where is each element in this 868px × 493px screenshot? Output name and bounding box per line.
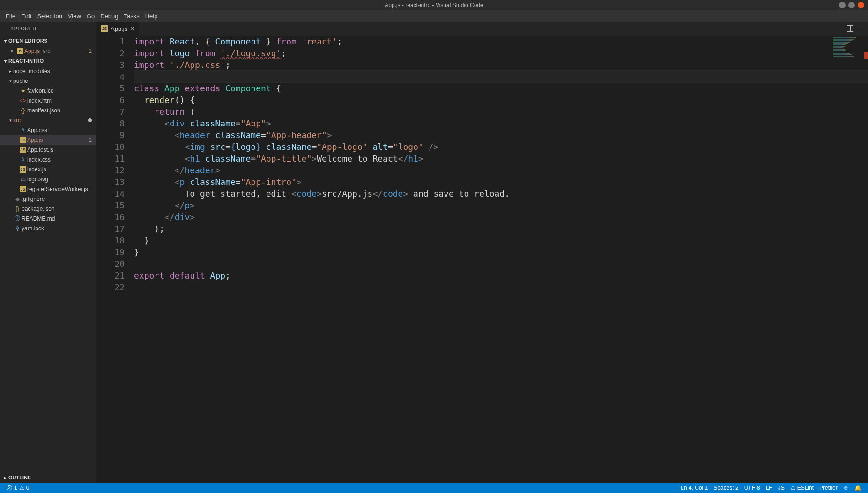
- file-registerserviceworker-js[interactable]: JSregisterServiceWorker.js: [0, 184, 96, 194]
- code-line[interactable]: </div>: [134, 211, 868, 223]
- file-index-html[interactable]: <>index.html: [0, 96, 96, 105]
- line-number-gutter: 12345678910111213141516171819202122: [96, 36, 134, 483]
- more-actions-icon[interactable]: ⋯: [858, 25, 864, 32]
- status-feedback-icon[interactable]: ☺: [840, 485, 852, 491]
- statusbar: ⓧ 1 ⚠ 0 Ln 4, Col 1 Spaces: 2 UTF-8 LF J…: [0, 483, 868, 493]
- code-line[interactable]: <div className="App">: [134, 118, 868, 129]
- menu-file[interactable]: File: [3, 13, 18, 20]
- folder-src[interactable]: ▾src: [0, 115, 96, 125]
- status-notifications-icon[interactable]: 🔔: [852, 485, 864, 491]
- code-line[interactable]: To get started, edit <code>src/App.js</c…: [134, 188, 868, 199]
- js-file-icon: JS: [17, 48, 23, 54]
- line-number: 19: [96, 246, 125, 258]
- code-line[interactable]: </header>: [134, 164, 868, 176]
- chevron-down-icon: ▾: [7, 79, 13, 83]
- close-window-button[interactable]: [858, 2, 864, 8]
- file-manifest-json[interactable]: {}manifest.json: [0, 105, 96, 115]
- open-editors-list: ×JSApp.jssrc1: [0, 46, 96, 56]
- status-warning-count: 0: [26, 485, 30, 491]
- menu-help[interactable]: Help: [142, 13, 161, 20]
- code-line[interactable]: class App extends Component {: [134, 82, 868, 94]
- status-eol[interactable]: LF: [763, 485, 775, 491]
- line-number: 6: [96, 94, 125, 106]
- status-indentation[interactable]: Spaces: 2: [711, 485, 741, 491]
- status-linter[interactable]: ⚠ ESLint: [787, 485, 816, 491]
- code-line[interactable]: render() {: [134, 94, 868, 106]
- chevron-down-icon: ▾: [2, 59, 8, 64]
- editor-area: JS App.js × ⋯ 12345678910111213141516171…: [96, 22, 868, 483]
- code-line[interactable]: <h1 className="App-title">Welcome to Rea…: [134, 153, 868, 164]
- close-icon[interactable]: ×: [7, 48, 16, 54]
- json-file-icon: {}: [15, 206, 19, 212]
- file-logo-svg[interactable]: ▭logo.svg: [0, 174, 96, 184]
- menu-go[interactable]: Go: [84, 13, 97, 20]
- js-file-icon: JS: [101, 25, 108, 32]
- code-line[interactable]: );: [134, 223, 868, 235]
- error-icon: ⓧ: [7, 484, 12, 492]
- status-problems[interactable]: ⓧ 1 ⚠ 0: [4, 484, 32, 492]
- menu-edit[interactable]: Edit: [18, 13, 34, 20]
- modified-badge: 1: [89, 137, 92, 143]
- project-header[interactable]: ▾ REACT-INTRO: [0, 56, 96, 66]
- file-index-css[interactable]: #index.css: [0, 155, 96, 164]
- explorer-sidebar: EXPLORER ▾ OPEN EDITORS ×JSApp.jssrc1 ▾ …: [0, 22, 96, 483]
- status-error-count: 1: [14, 485, 17, 491]
- tree-label: registerServiceWorker.js: [27, 186, 96, 192]
- code-line[interactable]: <img src={logo} className="App-logo" alt…: [134, 141, 868, 153]
- folder-public[interactable]: ▾public: [0, 76, 96, 86]
- tab-app-js[interactable]: JS App.js ×: [96, 22, 139, 36]
- editor-body[interactable]: 12345678910111213141516171819202122 impo…: [96, 36, 868, 483]
- menu-debug[interactable]: Debug: [97, 13, 121, 20]
- code-line[interactable]: }: [134, 235, 868, 246]
- code-line[interactable]: }: [134, 246, 868, 258]
- code-content[interactable]: import React, { Component } from 'react'…: [134, 36, 868, 483]
- code-line[interactable]: </p>: [134, 199, 868, 211]
- file-tree: ▸node_modules▾public★favicon.ico<>index.…: [0, 66, 96, 233]
- close-tab-icon[interactable]: ×: [130, 25, 134, 32]
- code-line[interactable]: [134, 258, 868, 270]
- window-controls: [839, 2, 864, 8]
- code-line[interactable]: [134, 71, 868, 82]
- file-index-js[interactable]: JSindex.js: [0, 164, 96, 174]
- code-line[interactable]: export default App;: [134, 270, 868, 281]
- line-number: 13: [96, 176, 125, 188]
- js-file-icon: JS: [20, 137, 26, 143]
- status-cursor-position[interactable]: Ln 4, Col 1: [678, 485, 711, 491]
- file-app-test-js[interactable]: JSApp.test.js: [0, 145, 96, 155]
- open-editors-header[interactable]: ▾ OPEN EDITORS: [0, 36, 96, 46]
- maximize-button[interactable]: [848, 2, 855, 8]
- line-number: 22: [96, 281, 125, 293]
- menu-selection[interactable]: Selection: [34, 13, 65, 20]
- editor-actions: ⋯: [843, 22, 868, 36]
- status-language[interactable]: JS: [775, 485, 787, 491]
- modified-badge: 1: [89, 48, 92, 54]
- menu-view[interactable]: View: [65, 13, 84, 20]
- file-readme-md[interactable]: ⓘREADME.md: [0, 213, 96, 223]
- line-number: 5: [96, 82, 125, 94]
- line-number: 9: [96, 129, 125, 141]
- file-app-js[interactable]: JSApp.js1: [0, 135, 96, 145]
- code-line[interactable]: <header className="App-header">: [134, 129, 868, 141]
- code-line[interactable]: [134, 281, 868, 293]
- code-line[interactable]: import './App.css';: [134, 59, 868, 71]
- open-editor-item[interactable]: ×JSApp.jssrc1: [0, 46, 96, 56]
- status-encoding[interactable]: UTF-8: [742, 485, 763, 491]
- tree-label: logo.svg: [27, 176, 96, 183]
- code-line[interactable]: import React, { Component } from 'react'…: [134, 36, 868, 47]
- split-editor-icon[interactable]: [847, 25, 853, 32]
- status-formatter[interactable]: Prettier: [816, 485, 840, 491]
- menu-tasks[interactable]: Tasks: [121, 13, 142, 20]
- folder-node-modules[interactable]: ▸node_modules: [0, 66, 96, 76]
- code-line[interactable]: return (: [134, 106, 868, 118]
- line-number: 21: [96, 270, 125, 281]
- file-app-css[interactable]: #App.css: [0, 125, 96, 135]
- code-line[interactable]: <p className="App-intro">: [134, 176, 868, 188]
- code-line[interactable]: import logo from './logo.svg';: [134, 47, 868, 59]
- status-linter-label: ESLint: [797, 485, 814, 491]
- outline-header[interactable]: ▸ OUTLINE: [0, 472, 96, 483]
- file-yarn-lock[interactable]: ⚲yarn.lock: [0, 223, 96, 233]
- minimize-button[interactable]: [839, 2, 846, 8]
- file-package-json[interactable]: {}package.json: [0, 204, 96, 213]
- file-favicon-ico[interactable]: ★favicon.ico: [0, 86, 96, 96]
- file--gitignore[interactable]: ◆.gitignore: [0, 194, 96, 204]
